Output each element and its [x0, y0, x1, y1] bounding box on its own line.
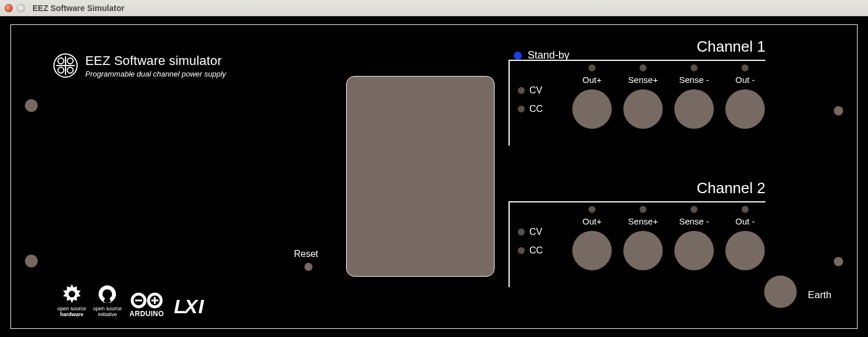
terminal-led-icon — [691, 206, 698, 213]
terminal-label: Out+ — [583, 75, 602, 85]
binding-post[interactable] — [674, 231, 714, 270]
terminal-sense-plus: Sense+ — [618, 202, 669, 270]
cv-label: CV — [529, 85, 542, 96]
terminal-label: Sense+ — [628, 216, 658, 226]
binding-post[interactable] — [725, 231, 765, 270]
terminal-led-icon — [691, 64, 698, 71]
screw-icon — [834, 106, 843, 115]
terminal-out-minus: Out - — [720, 61, 771, 129]
svg-point-8 — [68, 291, 75, 298]
terminal-sense-minus: Sense - — [669, 202, 720, 270]
arduino-label: ARDUINO — [129, 310, 164, 318]
earth-label: Earth — [808, 289, 831, 301]
svg-text:X: X — [183, 295, 199, 317]
earth-binding-post[interactable] — [764, 276, 797, 308]
terminal-out-plus: Out+ — [566, 61, 618, 129]
channel-divider-vert — [509, 201, 510, 287]
front-panel: EEZ Software simulator Programmable dual… — [10, 24, 858, 329]
cc-label: CC — [529, 245, 543, 256]
cc-indicator: CC — [518, 104, 543, 114]
binding-post[interactable] — [623, 89, 663, 129]
terminal-led-icon — [640, 64, 647, 71]
eez-logo-icon — [53, 53, 78, 78]
lxi-icon: L X I — [174, 295, 208, 318]
terminal-label: Out+ — [583, 216, 602, 226]
screw-icon — [25, 99, 38, 112]
client-area: EEZ Software simulator Programmable dual… — [0, 16, 868, 337]
product-title: EEZ Software simulator — [85, 53, 226, 68]
oshw-line2: hardware — [60, 311, 83, 317]
cc-indicator: CC — [518, 245, 543, 256]
terminal-led-icon — [589, 206, 595, 213]
lxi-logo: L X I — [174, 295, 208, 318]
terminal-sense-minus: Sense - — [669, 61, 720, 129]
terminal-label: Sense - — [679, 75, 709, 85]
reset-label: Reset — [294, 249, 318, 259]
binding-post[interactable] — [572, 89, 612, 129]
cc-label: CC — [529, 104, 543, 114]
product-subtitle: Programmable dual channel power supply — [85, 70, 226, 78]
arduino-logo: ARDUINO — [129, 292, 165, 318]
binding-post[interactable] — [572, 231, 612, 270]
terminal-out-plus: Out+ — [566, 202, 618, 270]
cv-indicator: CV — [518, 85, 543, 96]
svg-point-4 — [67, 58, 73, 64]
screw-icon — [834, 257, 843, 266]
channel-divider-vert — [509, 60, 510, 146]
cc-led-icon — [518, 106, 525, 113]
svg-point-6 — [67, 67, 73, 73]
svg-point-5 — [58, 67, 64, 73]
cc-led-icon — [518, 247, 525, 254]
app-window: EEZ Software Simulator — [0, 0, 868, 337]
screw-icon — [25, 255, 38, 267]
terminal-led-icon — [742, 206, 749, 213]
oshw-line1: open source — [57, 306, 86, 311]
close-icon[interactable] — [5, 4, 13, 12]
minimize-icon[interactable] — [17, 4, 25, 12]
terminal-led-icon — [640, 206, 647, 213]
oshw-logo: open source hardware — [57, 283, 86, 318]
reset-button[interactable] — [304, 263, 313, 271]
terminal-label: Sense+ — [628, 75, 658, 85]
footer-logos: open source hardware open source initiat… — [57, 283, 208, 318]
channel-title: Channel 1 — [696, 38, 765, 56]
terminal-sense-plus: Sense+ — [618, 61, 669, 129]
terminal-led-icon — [742, 64, 749, 71]
terminal-out-minus: Out - — [720, 202, 771, 270]
svg-point-3 — [58, 58, 64, 64]
channel-title: Channel 2 — [696, 179, 765, 197]
titlebar[interactable]: EEZ Software Simulator — [0, 0, 868, 16]
terminal-label: Out - — [735, 216, 754, 226]
terminal-led-icon — [589, 64, 595, 71]
osi-logo: open source initiative — [93, 283, 122, 318]
cv-label: CV — [529, 227, 542, 237]
cv-indicator: CV — [518, 227, 543, 237]
svg-text:I: I — [198, 295, 205, 317]
binding-post[interactable] — [623, 231, 663, 270]
gear-icon — [60, 283, 83, 305]
arduino-infinity-icon — [129, 292, 165, 309]
osi-icon — [97, 283, 118, 305]
cv-led-icon — [518, 229, 525, 235]
standby-led-icon[interactable] — [514, 52, 522, 60]
terminal-label: Out - — [735, 75, 754, 85]
cv-led-icon — [518, 87, 525, 94]
binding-post[interactable] — [725, 89, 765, 129]
lcd-screen[interactable] — [346, 76, 495, 277]
osi-line1: open source — [93, 306, 122, 311]
window-title: EEZ Software Simulator — [32, 3, 125, 13]
terminal-label: Sense - — [679, 216, 709, 226]
product-logo: EEZ Software simulator Programmable dual… — [53, 53, 226, 78]
binding-post[interactable] — [674, 89, 714, 129]
osi-line2: initiative — [98, 311, 117, 317]
